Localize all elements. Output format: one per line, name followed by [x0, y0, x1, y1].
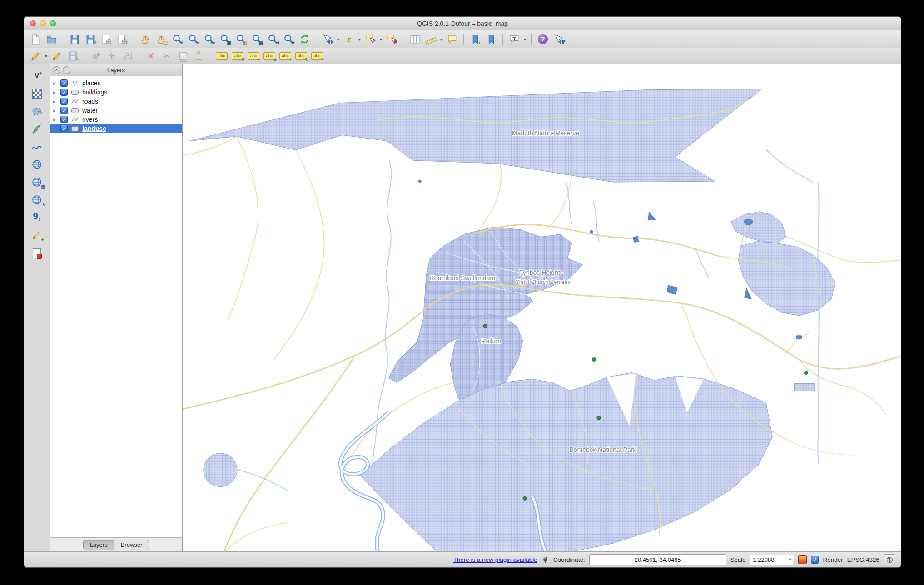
tab-browser[interactable]: Browser — [114, 540, 149, 550]
node-tool-button[interactable] — [120, 50, 135, 63]
select-features-button[interactable] — [363, 33, 378, 46]
close-window-button[interactable] — [30, 20, 36, 26]
layers-panel-header[interactable]: Layers — [50, 64, 182, 76]
add-feature-button[interactable] — [88, 50, 104, 63]
measure-button[interactable] — [423, 33, 438, 46]
new-bookmark-button[interactable] — [467, 33, 483, 46]
move-label-button[interactable] — [278, 50, 293, 63]
map-canvas[interactable]: .poly{fill:url(#lu);stroke:#8c9cd2;strok… — [183, 64, 901, 551]
save-project-button[interactable] — [67, 33, 82, 46]
panel-close-button[interactable] — [53, 66, 60, 74]
add-delimited-text-layer-button[interactable] — [28, 210, 46, 225]
annotation-dropdown-arrow[interactable] — [522, 33, 527, 46]
layer-checkbox[interactable] — [60, 89, 68, 96]
add-wcs-layer-button[interactable] — [28, 175, 46, 189]
layer-row-landuse[interactable]: landuse — [50, 124, 182, 133]
new-print-composer-button[interactable] — [99, 33, 114, 46]
minimize-window-button[interactable] — [40, 20, 46, 26]
expand-arrow-icon[interactable] — [53, 117, 58, 123]
save-project-as-button[interactable] — [83, 33, 98, 46]
open-project-button[interactable] — [44, 33, 59, 46]
identify-features-button[interactable] — [320, 33, 335, 46]
zoom-window-button[interactable] — [50, 20, 56, 26]
add-wfs-layer-button[interactable]: V — [28, 193, 46, 207]
add-raster-layer-button[interactable] — [28, 86, 46, 101]
add-wms-layer-button[interactable] — [28, 157, 46, 172]
move-feature-button[interactable]: ✛ — [104, 50, 119, 63]
pan-map-button[interactable] — [138, 33, 153, 46]
add-postgis-layer-button[interactable] — [28, 104, 46, 119]
whats-this-button[interactable]: ? — [551, 33, 566, 46]
run-feature-action-button[interactable]: ε — [341, 33, 357, 46]
crs-selector-button[interactable] — [884, 554, 895, 565]
coordinate-input[interactable] — [589, 554, 726, 565]
identify-dropdown-arrow[interactable] — [336, 33, 341, 46]
plugin-icon[interactable] — [541, 556, 549, 564]
refresh-map-button[interactable] — [297, 33, 312, 46]
expand-arrow-icon[interactable] — [53, 108, 58, 114]
expand-arrow-icon[interactable] — [53, 89, 58, 95]
pin-label-button[interactable] — [246, 50, 261, 63]
add-vector-layer-button[interactable]: V＋ — [28, 69, 46, 83]
panel-float-button[interactable] — [63, 66, 70, 74]
copy-features-button[interactable] — [175, 50, 190, 63]
layer-row-buildings[interactable]: buildings — [50, 88, 182, 97]
tab-layers[interactable]: Layers — [84, 540, 114, 550]
expand-arrow-icon[interactable] — [53, 126, 58, 132]
map-tips-button[interactable] — [444, 33, 460, 46]
layer-row-rivers[interactable]: rivers — [50, 115, 182, 124]
stop-render-icon[interactable] — [798, 555, 807, 564]
open-attribute-table-button[interactable] — [407, 33, 422, 46]
show-bookmarks-button[interactable] — [483, 33, 499, 46]
expand-arrow-icon[interactable] — [53, 99, 58, 104]
zoom-next-button[interactable] — [281, 33, 296, 46]
save-layer-edits-button[interactable] — [65, 50, 80, 63]
zoom-native-button[interactable] — [201, 33, 217, 46]
delete-selected-button[interactable]: ✘ — [143, 50, 159, 63]
layer-checkbox[interactable] — [60, 98, 68, 105]
layer-checkbox[interactable] — [60, 116, 68, 123]
new-plugin-link[interactable]: There is a new plugin available — [453, 556, 537, 563]
add-spatialite-layer-button[interactable] — [28, 122, 46, 136]
layer-checkbox[interactable] — [60, 79, 68, 87]
rotate-label-button[interactable] — [293, 50, 309, 63]
help-contents-button[interactable] — [535, 33, 551, 46]
zoom-to-layer-button[interactable] — [249, 33, 264, 46]
zoom-out-button[interactable] — [185, 33, 201, 46]
add-mssql-layer-button[interactable] — [28, 139, 46, 154]
current-edits-button[interactable] — [28, 50, 43, 63]
layer-checkbox[interactable] — [60, 125, 68, 132]
new-shapefile-layer-button[interactable] — [28, 228, 46, 243]
title-bar[interactable]: QGIS 2.0.1-Dufour – basic_map — [24, 17, 901, 30]
layer-tree[interactable]: places buildings roads — [50, 76, 182, 537]
change-label-button[interactable] — [309, 50, 325, 63]
scale-combobox[interactable]: 1:22088 — [750, 555, 794, 565]
layer-row-places[interactable]: places — [50, 79, 182, 88]
zoom-to-selection-button[interactable] — [233, 33, 248, 46]
expand-arrow-icon[interactable] — [53, 80, 58, 86]
scale-dropdown-arrow[interactable] — [786, 555, 794, 565]
pan-to-selection-button[interactable] — [154, 33, 169, 46]
layer-row-roads[interactable]: roads — [50, 97, 182, 106]
deselect-features-button[interactable]: ✕ — [384, 33, 399, 46]
paste-features-button[interactable] — [191, 50, 206, 63]
layer-checkbox[interactable] — [60, 107, 68, 114]
zoom-in-button[interactable] — [169, 33, 185, 46]
highlight-labels-button[interactable] — [262, 50, 277, 63]
label-options-button[interactable] — [230, 50, 245, 63]
render-checkbox[interactable] — [811, 556, 819, 564]
measure-dropdown-arrow[interactable] — [439, 33, 444, 46]
remove-layer-button[interactable] — [28, 246, 46, 260]
zoom-full-button[interactable] — [217, 33, 233, 46]
current-edits-dropdown-arrow[interactable] — [44, 50, 49, 63]
label-button[interactable] — [214, 50, 229, 63]
new-project-button[interactable] — [28, 33, 43, 46]
layer-row-water[interactable]: water — [50, 106, 182, 115]
zoom-last-button[interactable] — [265, 33, 280, 46]
cut-features-button[interactable]: ✂ — [159, 50, 174, 63]
toggle-editing-button[interactable] — [49, 50, 65, 63]
composer-manager-button[interactable] — [114, 33, 130, 46]
feature-action-dropdown-arrow[interactable] — [357, 33, 362, 46]
select-dropdown-arrow[interactable] — [378, 33, 383, 46]
text-annotation-button[interactable] — [507, 33, 522, 46]
